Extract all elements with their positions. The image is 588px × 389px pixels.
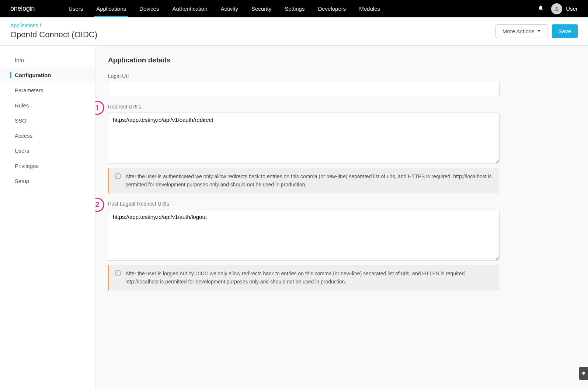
breadcrumb[interactable]: Applications / — [10, 23, 97, 28]
breadcrumb-separator: / — [39, 23, 41, 28]
sidebar-item-setup[interactable]: Setup — [0, 173, 95, 189]
post-logout-uris-field-group: 2 Post Logout Redirect URIs i After the … — [108, 201, 500, 290]
content: Application details Login Url 1 Redirect… — [95, 46, 588, 389]
help-fab[interactable] — [579, 367, 588, 380]
info-icon-wrap: i — [115, 172, 121, 189]
callout-badge-2: 2 — [95, 198, 104, 212]
section-title: Application details — [108, 56, 575, 64]
redirect-uris-info-banner: i After the user is authenticated we onl… — [108, 168, 500, 193]
sub-header: Applications / OpenId Connect (OIDC) Mor… — [0, 17, 588, 46]
login-url-label: Login Url — [108, 73, 500, 79]
info-icon: i — [115, 270, 121, 276]
page-title: OpenId Connect (OIDC) — [10, 30, 97, 39]
redirect-uris-field-group: 1 Redirect URI's i After the user is aut… — [108, 104, 500, 193]
sidebar: Info Configuration Parameters Rules SSO … — [0, 46, 95, 389]
nav-item-applications[interactable]: Applications — [90, 0, 133, 17]
more-actions-label: More Actions — [502, 28, 535, 34]
nav-item-settings[interactable]: Settings — [278, 0, 311, 17]
sidebar-item-configuration[interactable]: Configuration — [0, 68, 95, 83]
redirect-uris-input[interactable] — [108, 113, 500, 163]
login-url-input[interactable] — [108, 82, 500, 96]
main-layout: Info Configuration Parameters Rules SSO … — [0, 46, 588, 389]
save-button[interactable]: Save — [552, 24, 578, 38]
svg-text:onelogin: onelogin — [10, 4, 35, 12]
redirect-uris-info-text: After the user is authenticated we only … — [125, 172, 494, 189]
nav-item-devices[interactable]: Devices — [133, 0, 166, 17]
user-label: User — [566, 6, 578, 12]
nav-item-authentication[interactable]: Authentication — [166, 0, 214, 17]
lightbulb-icon — [581, 371, 586, 376]
brand-logo[interactable]: onelogin — [10, 4, 47, 13]
nav-item-developers[interactable]: Developers — [311, 0, 352, 17]
notifications-icon[interactable] — [538, 5, 544, 13]
sidebar-item-info[interactable]: Info — [0, 52, 95, 68]
info-icon: i — [115, 173, 121, 179]
avatar — [551, 3, 562, 14]
user-menu[interactable]: User — [551, 3, 578, 14]
more-actions-button[interactable]: More Actions — [495, 24, 547, 38]
sidebar-item-users[interactable]: Users — [0, 143, 95, 158]
nav-item-users[interactable]: Users — [62, 0, 90, 17]
post-logout-uris-info-text: After the user is logged out by OIDC we … — [125, 269, 494, 286]
nav-items: Users Applications Devices Authenticatio… — [62, 0, 538, 17]
caret-down-icon — [537, 30, 540, 32]
sidebar-item-sso[interactable]: SSO — [0, 113, 95, 128]
nav-right: User — [538, 3, 578, 14]
login-url-field-group: Login Url — [108, 73, 500, 96]
top-nav: onelogin Users Applications Devices Auth… — [0, 0, 588, 17]
info-icon-wrap: i — [115, 269, 121, 286]
callout-badge-1: 1 — [95, 101, 104, 115]
nav-item-security[interactable]: Security — [245, 0, 278, 17]
sidebar-item-access[interactable]: Access — [0, 128, 95, 143]
sidebar-item-rules[interactable]: Rules — [0, 98, 95, 113]
nav-item-modules[interactable]: Modules — [352, 0, 387, 17]
breadcrumb-area: Applications / OpenId Connect (OIDC) — [10, 23, 97, 39]
redirect-uris-label: Redirect URI's — [108, 104, 500, 110]
header-actions: More Actions Save — [495, 24, 578, 38]
post-logout-uris-info-banner: i After the user is logged out by OIDC w… — [108, 265, 500, 290]
sidebar-item-parameters[interactable]: Parameters — [0, 83, 95, 98]
post-logout-uris-input[interactable] — [108, 210, 500, 261]
nav-item-activity[interactable]: Activity — [214, 0, 245, 17]
sidebar-item-privileges[interactable]: Privileges — [0, 158, 95, 173]
breadcrumb-link[interactable]: Applications — [10, 23, 38, 28]
post-logout-uris-label: Post Logout Redirect URIs — [108, 201, 500, 207]
